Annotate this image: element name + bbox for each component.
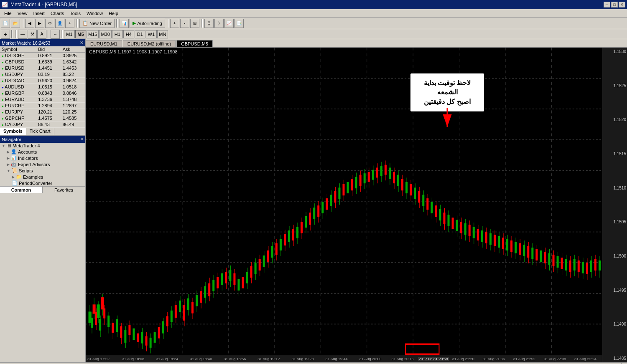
nav-item-expert-advisors[interactable]: ▶ 🤖 Expert Advisors bbox=[0, 161, 85, 167]
chart-canvas[interactable]: GBPUSD,M5 1.1907 1.1908 1.1907 1.1908 bbox=[86, 48, 627, 362]
tf-h1[interactable]: H1 bbox=[112, 30, 123, 38]
period-btn2[interactable]: ⟩ bbox=[214, 19, 224, 28]
nav-item-accounts[interactable]: ▶ 👤 Accounts bbox=[0, 149, 85, 155]
compile-btn[interactable]: ⚙ bbox=[45, 19, 54, 28]
fit-btn[interactable]: ⊞ bbox=[190, 19, 199, 28]
tf-h4[interactable]: H4 bbox=[123, 30, 134, 38]
period-converter-icon: 📄 bbox=[12, 180, 18, 186]
price-label-7: 1.1500 bbox=[603, 254, 626, 258]
svg-rect-271 bbox=[405, 344, 439, 354]
nav-tab-common[interactable]: Common bbox=[0, 187, 43, 193]
tf-mn[interactable]: MN bbox=[157, 30, 168, 38]
restore-button[interactable]: □ bbox=[611, 2, 618, 8]
menu-file[interactable]: File bbox=[2, 10, 14, 17]
chart-tab-gbpusd-m5[interactable]: GBPUSD,M5 bbox=[176, 40, 213, 47]
templates-btn[interactable]: 📑 bbox=[234, 19, 244, 28]
svg-rect-170 bbox=[389, 168, 391, 179]
crosshair-btn[interactable]: + bbox=[65, 19, 74, 28]
svg-rect-208 bbox=[469, 225, 471, 236]
indicators-btn[interactable]: 📈 bbox=[224, 19, 234, 28]
nav-item-period-converter[interactable]: 📄 PeriodConverter bbox=[0, 180, 85, 186]
mw-row-euraud[interactable]: ● EURAUD 1.3736 1.3748 bbox=[0, 96, 85, 103]
arrow-btn[interactable]: ↔ bbox=[51, 30, 60, 39]
menu-window[interactable]: Window bbox=[84, 10, 105, 17]
price-label-5: 1.1510 bbox=[603, 186, 626, 190]
market-watch-title: Market Watch: 16:24:53 bbox=[2, 40, 50, 46]
mw-row-eurgbp[interactable]: ● EURGBP 0.8843 0.8846 bbox=[0, 90, 85, 96]
market-watch-panel: Market Watch: 16:24:53 ✕ Symbol Bid Ask … bbox=[0, 39, 85, 136]
mw-row-gbpusd[interactable]: ● GBPUSD 1.6339 1.6342 bbox=[0, 59, 85, 65]
svg-rect-246 bbox=[548, 253, 550, 265]
mw-tab-tick-chart[interactable]: Tick Chart bbox=[26, 128, 54, 135]
mw-row-audusd[interactable]: ● AUDUSD 1.0515 1.0518 bbox=[0, 84, 85, 90]
mw-col-symbol: Symbol bbox=[0, 46, 36, 53]
tf-m15[interactable]: M15 bbox=[87, 30, 99, 38]
svg-rect-44 bbox=[124, 330, 126, 343]
mw-row-eurusd[interactable]: ● EURUSD 1.4451 1.4453 bbox=[0, 65, 85, 71]
mw-row-usdchf[interactable]: ● USDCHF 0.8921 0.8925 bbox=[0, 53, 85, 59]
new-order-icon: 📋 bbox=[82, 20, 88, 26]
autotrading-button[interactable]: ▶ AutoTrading bbox=[130, 19, 165, 28]
left-panel: Market Watch: 16:24:53 ✕ Symbol Bid Ask … bbox=[0, 39, 86, 362]
nav-item-scripts[interactable]: ▼ 📜 Scripts bbox=[0, 167, 85, 174]
tf-w1[interactable]: W1 bbox=[146, 30, 157, 38]
back-btn[interactable]: ◀ bbox=[25, 19, 34, 28]
svg-rect-64 bbox=[166, 316, 168, 326]
svg-rect-82 bbox=[204, 286, 206, 298]
svg-rect-50 bbox=[137, 334, 139, 342]
mw-row-eurchf[interactable]: ● EURCHF 1.2894 1.2897 bbox=[0, 103, 85, 109]
nav-item-mt4[interactable]: ▼ 🖥 MetaTrader 4 bbox=[0, 143, 85, 149]
line-btn[interactable]: — bbox=[18, 30, 27, 39]
text-btn[interactable]: A bbox=[37, 30, 46, 39]
market-watch-close[interactable]: ✕ bbox=[80, 40, 84, 46]
menu-help[interactable]: Help bbox=[106, 10, 121, 17]
menu-tools[interactable]: Tools bbox=[67, 10, 83, 17]
minimize-button[interactable]: ─ bbox=[604, 2, 610, 8]
navigator-close[interactable]: ✕ bbox=[80, 136, 84, 142]
svg-rect-268 bbox=[594, 259, 596, 270]
tf-m30[interactable]: M30 bbox=[99, 30, 111, 38]
forward-btn[interactable]: ▶ bbox=[35, 19, 44, 28]
mw-tab-symbols[interactable]: Symbols bbox=[0, 128, 26, 135]
menu-insert[interactable]: Insert bbox=[31, 10, 47, 17]
new-order-button[interactable]: 📋 New Order bbox=[79, 19, 115, 28]
svg-rect-142 bbox=[330, 195, 332, 206]
chart-annotation-balloon: لاحظ توقيت بداية الشمعه اصبح كل دقيقتين bbox=[410, 73, 485, 112]
tf-d1[interactable]: D1 bbox=[135, 30, 145, 38]
svg-rect-46 bbox=[128, 325, 130, 335]
price-label-8: 1.1495 bbox=[603, 288, 626, 293]
nav-item-examples[interactable]: ▶ 📁 Examples bbox=[0, 174, 85, 180]
nav-expand-scripts: ▼ bbox=[7, 169, 10, 173]
menu-charts[interactable]: Charts bbox=[48, 10, 66, 17]
mw-row-usdcad[interactable]: ● USDCAD 0.9620 0.9624 bbox=[0, 78, 85, 84]
chart-tab-eurusd-m1[interactable]: EURUSD,M1 bbox=[86, 40, 122, 47]
mt4-folder-icon: 🖥 bbox=[7, 143, 11, 148]
nav-tab-favorites[interactable]: Favorites bbox=[43, 187, 85, 193]
svg-rect-72 bbox=[183, 305, 185, 321]
mw-row-usdjpy[interactable]: ● USDJPY 83.19 83.22 bbox=[0, 71, 85, 78]
chart-tabs: EURUSD,M1 EURUSD,M2 (offline) GBPUSD,M5 bbox=[86, 39, 627, 48]
close-button[interactable]: ✕ bbox=[619, 2, 625, 8]
new-btn[interactable]: 📄 bbox=[1, 19, 10, 28]
mw-row-gbpchf[interactable]: ● GBPCHF 1.4575 1.4585 bbox=[0, 115, 85, 121]
svg-rect-190 bbox=[431, 202, 433, 213]
tools-btn[interactable]: ⚒ bbox=[28, 30, 37, 39]
svg-rect-176 bbox=[401, 179, 403, 190]
nav-item-indicators[interactable]: ▶ 📊 Indicators bbox=[0, 155, 85, 161]
nav-expand-indicators: ▶ bbox=[7, 156, 10, 160]
mw-row-eurjpy[interactable]: ● EURJPY 120.21 120.25 bbox=[0, 109, 85, 115]
menu-view[interactable]: View bbox=[15, 10, 30, 17]
profile-btn[interactable]: 👤 bbox=[55, 19, 64, 28]
mw-row-cadjpy[interactable]: ● CADJPY 86.43 86.49 bbox=[0, 121, 85, 128]
crosshair-mode-btn[interactable]: + bbox=[1, 30, 10, 39]
zoom-out-btn[interactable]: - bbox=[180, 19, 189, 28]
zoom-in-btn[interactable]: + bbox=[170, 19, 179, 28]
svg-rect-254 bbox=[565, 259, 567, 270]
tf-m1[interactable]: M1 bbox=[64, 30, 75, 38]
chart-title: GBPUSD,M5 1.1907 1.1908 1.1907 1.1908 bbox=[89, 49, 178, 54]
chart-tab-eurusd-m2[interactable]: EURUSD,M2 (offline) bbox=[123, 40, 176, 47]
chart-type-btn[interactable]: 📊 bbox=[120, 19, 129, 28]
tf-m5[interactable]: M5 bbox=[75, 30, 86, 38]
open-btn[interactable]: 📂 bbox=[11, 19, 20, 28]
period-btn1[interactable]: ⟨⟩ bbox=[204, 19, 214, 28]
